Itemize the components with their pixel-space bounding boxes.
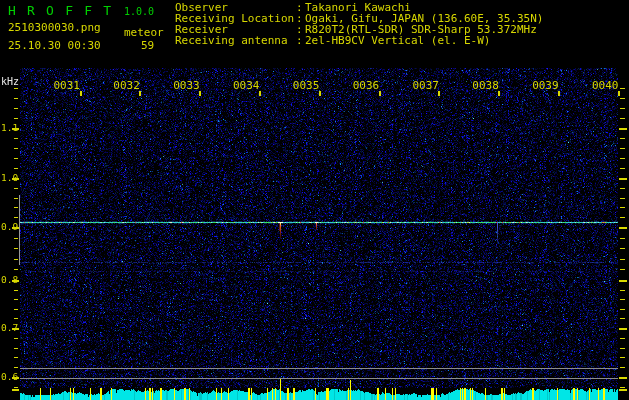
app-version: 1.0.0 [124, 6, 154, 17]
freq-tick-label: 0.8 [1, 275, 18, 285]
freq-tick-label: 1.1 [1, 123, 18, 133]
info-value: 2el-HB9CV Vertical (el. E-W) [305, 35, 490, 46]
output-filename: 2510300030.png [8, 21, 101, 34]
info-label: Receiving antenna [175, 35, 288, 46]
freq-tick-label: 0.6 [1, 372, 18, 382]
time-tick-label: 0036 [353, 80, 379, 91]
freq-tick-label: 0.7 [1, 323, 18, 333]
hrofft-output-image: H R O F F T 1.0.0 2510300030.png meteor … [0, 0, 629, 400]
time-tick-label: 0033 [173, 80, 199, 91]
freq-tick-label: 1.0 [1, 173, 18, 183]
time-tick-label: 0035 [293, 80, 319, 91]
time-tick-label: 0032 [113, 80, 139, 91]
time-tick-label: 0038 [472, 80, 498, 91]
time-tick-label: 0039 [532, 80, 558, 91]
time-tick-label: 0034 [233, 80, 259, 91]
spectrogram-canvas [0, 0, 629, 400]
freq-tick-label: 0.9 [1, 222, 18, 232]
timestamp: 25.10.30 00:30 [8, 39, 101, 52]
mode-label: meteor [124, 26, 164, 39]
info-colon: : [296, 35, 303, 46]
echo-count: 59 [141, 39, 154, 52]
time-tick-label: 0037 [412, 80, 438, 91]
time-tick-label: 0031 [54, 80, 80, 91]
freq-axis-unit: kHz [1, 76, 19, 87]
app-title: H R O F F T [8, 3, 113, 18]
time-tick-label: 0040 [592, 80, 618, 91]
